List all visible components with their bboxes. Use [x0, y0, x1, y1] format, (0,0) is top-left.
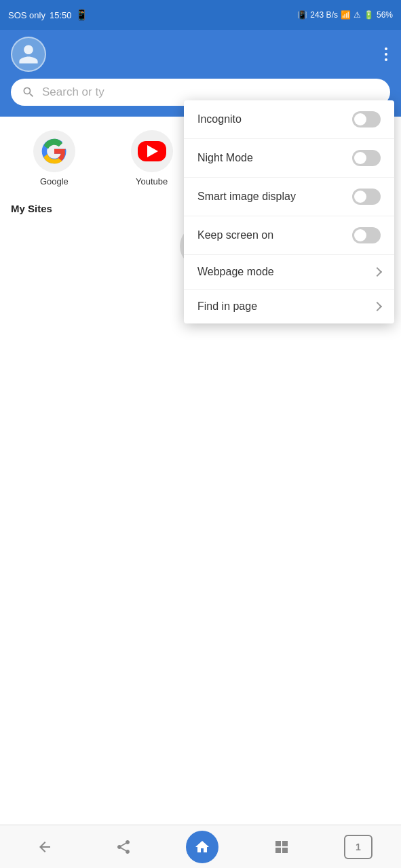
back-button[interactable] — [28, 831, 61, 863]
site-item-google[interactable]: Google — [11, 130, 98, 186]
google-icon — [33, 130, 75, 172]
smart-image-label: Smart image display — [197, 191, 296, 203]
battery-icon: 🔋 — [364, 10, 374, 20]
youtube-icon — [131, 130, 173, 172]
menu-item-webpage-mode[interactable]: Webpage mode — [184, 255, 394, 290]
dropdown-menu: Incognito Night Mode Smart image display… — [184, 100, 394, 323]
wifi-icon: 📶 — [341, 10, 351, 20]
app-indicator: 📱 — [75, 9, 88, 21]
search-icon — [22, 85, 35, 99]
site-item-youtube[interactable]: Youtube — [109, 130, 195, 186]
tab-count: 1 — [356, 842, 361, 852]
find-in-page-label: Find in page — [197, 300, 257, 313]
avatar[interactable] — [11, 37, 46, 72]
more-options-button[interactable] — [382, 45, 390, 64]
webpage-mode-label: Webpage mode — [197, 266, 274, 278]
status-bar: SOS only 15:50 📱 📳 243 B/s 📶 ⚠ 🔋 56% — [0, 0, 401, 30]
keep-screen-label: Keep screen on — [197, 229, 273, 241]
menu-item-find-in-page[interactable]: Find in page — [184, 290, 394, 323]
time: 15:50 — [50, 10, 72, 20]
incognito-label: Incognito — [197, 113, 242, 125]
google-label: Google — [40, 176, 69, 186]
menu-item-night-mode[interactable]: Night Mode — [184, 139, 394, 178]
share-button[interactable] — [107, 831, 140, 863]
home-button[interactable] — [186, 831, 218, 863]
webpage-mode-chevron-icon — [373, 267, 382, 277]
data-speed: 243 B/s — [310, 10, 338, 20]
incognito-toggle[interactable] — [352, 111, 381, 127]
search-placeholder: Search or ty — [42, 85, 104, 99]
tab-counter[interactable]: 1 — [344, 835, 373, 859]
menu-item-keep-screen[interactable]: Keep screen on — [184, 216, 394, 255]
header-top — [11, 37, 390, 72]
vibrate-icon: 📳 — [297, 10, 307, 20]
menu-item-incognito[interactable]: Incognito — [184, 100, 394, 139]
battery-pct: 56% — [377, 10, 393, 20]
youtube-label: Youtube — [136, 176, 168, 186]
menu-item-smart-image[interactable]: Smart image display — [184, 178, 394, 216]
keep-screen-toggle[interactable] — [352, 227, 381, 243]
sos-text: SOS only — [8, 10, 45, 20]
night-mode-label: Night Mode — [197, 152, 253, 164]
smart-image-toggle[interactable] — [352, 189, 381, 205]
find-in-page-chevron-icon — [373, 302, 382, 311]
alert-icon: ⚠ — [354, 10, 361, 20]
bottom-nav: 1 — [0, 825, 401, 868]
night-mode-toggle[interactable] — [352, 150, 381, 166]
tabs-button[interactable] — [265, 831, 298, 863]
